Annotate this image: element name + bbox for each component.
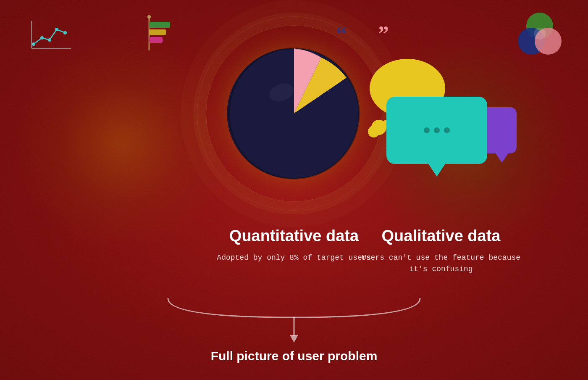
svg-rect-10 [149, 37, 163, 43]
svg-point-11 [147, 15, 151, 18]
bracket-arrow-svg [147, 294, 441, 345]
bar-chart-icon [139, 13, 172, 56]
svg-rect-8 [149, 22, 170, 28]
page: Quantitative data Adopted by only 8% of … [0, 0, 588, 380]
glow-left [13, 34, 231, 252]
speech-dots [424, 127, 450, 133]
speech-bubbles-container [361, 42, 521, 202]
full-picture-label: Full picture of user problem [211, 349, 378, 363]
quote-open-text: “ [336, 22, 347, 46]
dot-3 [444, 127, 450, 133]
svg-point-18 [534, 28, 546, 40]
line-chart-icon [25, 17, 76, 56]
svg-point-5 [55, 28, 58, 31]
qual-subtitle-text: Users can't use the feature becauseit's … [357, 252, 525, 275]
svg-point-4 [48, 38, 51, 42]
quote-open-icon: “ [336, 23, 347, 45]
svg-rect-9 [149, 29, 166, 35]
qual-title: Qualitative data [336, 227, 546, 245]
color-wheel-icon [517, 13, 563, 61]
svg-point-3 [40, 36, 44, 40]
qual-subtitle: Users can't use the feature becauseit's … [357, 252, 525, 275]
svg-marker-20 [290, 335, 298, 343]
dot-1 [424, 127, 430, 133]
dot-2 [434, 127, 440, 133]
speech-bubble-main [386, 97, 487, 164]
svg-point-2 [32, 42, 35, 46]
qual-title-text: Qualitative data [336, 227, 546, 245]
bottom-section: Full picture of user problem [0, 288, 588, 380]
svg-point-6 [63, 31, 67, 34]
